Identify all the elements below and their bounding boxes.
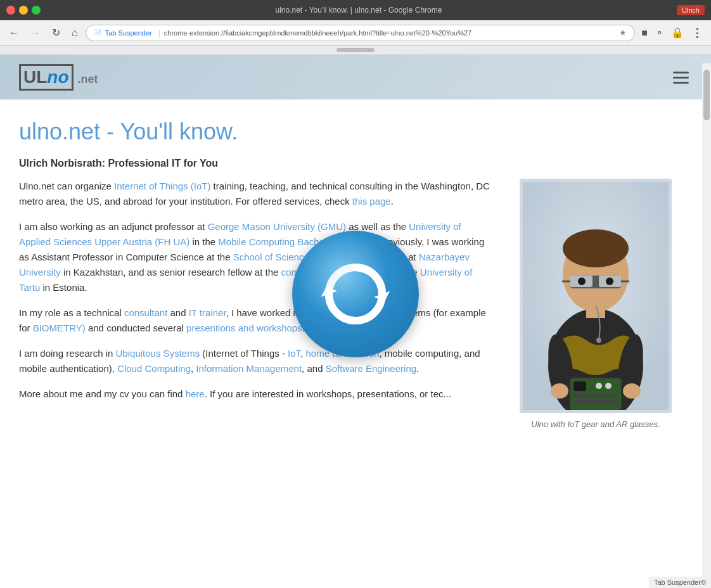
svg-point-18	[596, 383, 602, 389]
minimize-window-button[interactable]	[19, 6, 28, 15]
ubiquitous-link[interactable]: Ubiquitous Systems	[116, 348, 200, 359]
workshops-link[interactable]: presentions and workshops	[186, 323, 302, 333]
software-engineering-link[interactable]: Software Engineering	[326, 363, 416, 374]
gmu-link[interactable]: George Mason University (GMU)	[208, 221, 346, 232]
bookmark-star-icon[interactable]: ★	[619, 28, 627, 37]
content-image-area: Ulno with IoT gear and AR glasses.	[513, 179, 678, 429]
page-subtitle: Ulrich Norbisrath: Professional IT for Y…	[19, 158, 678, 169]
here-link[interactable]: here	[186, 388, 205, 399]
more-menu-button[interactable]: ⋮	[689, 25, 706, 41]
browser-title: ulno.net - You'll know. | ulno.net - Goo…	[46, 6, 672, 15]
logo-ul-text: UL	[23, 67, 47, 87]
extension-icon: 📄	[94, 29, 101, 36]
iot-link[interactable]: Internet of Things (IoT)	[114, 181, 210, 191]
sst-link[interactable]: School of Science and Technology (SST)	[233, 252, 406, 262]
consultant-link[interactable]: consultant	[124, 307, 167, 318]
hamburger-menu-button[interactable]	[670, 68, 692, 87]
home-button[interactable]: ⌂	[68, 26, 82, 40]
main-content: ulno.net - You'll know. Ulrich Norbisrat…	[0, 99, 697, 442]
traffic-lights	[6, 6, 41, 15]
scroll-mini-bar	[336, 48, 375, 52]
mobile-computing-link[interactable]: Mobile Computing Bachelor program	[218, 236, 373, 247]
address-separator: |	[158, 29, 160, 37]
biometry-link[interactable]: BIOMETRY)	[33, 323, 86, 333]
svg-point-3	[563, 229, 629, 267]
security-button[interactable]: 🔒	[669, 25, 686, 40]
page-title: ulno.net - You'll know.	[19, 118, 678, 145]
nav-icons: ■ ⚬ 🔒 ⋮	[639, 25, 706, 41]
hamburger-line-1	[673, 72, 689, 74]
photo-caption: Ulno with IoT gear and AR glasses.	[531, 419, 660, 429]
logo-net-text: .net	[78, 73, 98, 86]
address-bar[interactable]: 📄 Tab Suspender | chrome-extension://fia…	[86, 25, 636, 41]
this-page-link[interactable]: this page	[352, 196, 391, 207]
browser-nav-bar: ← → ↻ ⌂ 📄 Tab Suspender | chrome-extensi…	[0, 20, 711, 46]
svg-point-19	[605, 383, 612, 389]
iot2-link[interactable]: IoT	[288, 348, 300, 359]
svg-rect-4	[586, 302, 605, 318]
site-logo[interactable]: ULno .net	[19, 64, 98, 91]
svg-rect-17	[573, 381, 586, 391]
forward-button[interactable]: →	[27, 26, 44, 40]
content-layout: Ulno.net can organize Internet of Things…	[19, 179, 678, 429]
svg-point-10	[578, 278, 586, 285]
cs-institute-link[interactable]: computer science institute	[281, 267, 391, 278]
browser-title-bar: ulno.net - You'll know. | ulno.net - Goo…	[0, 0, 711, 20]
tab-suspender-label: Tab Suspender	[105, 29, 152, 37]
hamburger-line-2	[673, 77, 689, 79]
paragraph-2: I am also working as an adjunct professo…	[19, 219, 494, 295]
person-photo	[520, 179, 672, 413]
tartu-link[interactable]: University of Tartu	[19, 267, 472, 293]
it-trainer-link[interactable]: IT trainer	[189, 307, 226, 318]
address-url: chrome-extension://fiabciakcmgepblmdkmem…	[164, 29, 616, 37]
logo-no-text: no	[47, 67, 68, 87]
svg-rect-21	[573, 400, 618, 403]
paragraph-3: In my role as a technical consultant and…	[19, 305, 494, 336]
reload-button[interactable]: ↻	[48, 25, 64, 40]
cloud-computing-link[interactable]: Cloud Computing	[117, 363, 191, 374]
svg-rect-20	[573, 394, 618, 397]
svg-point-14	[551, 383, 568, 399]
scrollbar-thumb[interactable]	[703, 70, 710, 120]
site-header: ULno .net	[0, 55, 711, 99]
paragraph-1: Ulno.net can organize Internet of Things…	[19, 179, 494, 209]
paragraph-5: More about me and my cv you can find her…	[19, 387, 494, 402]
svg-point-15	[623, 383, 641, 399]
svg-point-22	[596, 338, 601, 343]
info-management-link[interactable]: Information Management	[196, 363, 302, 374]
scrollbar[interactable]	[702, 63, 711, 442]
content-text-area: Ulno.net can organize Internet of Things…	[19, 179, 494, 429]
account-button[interactable]: ⚬	[653, 25, 666, 40]
close-window-button[interactable]	[6, 6, 15, 15]
user-badge: Ulrich	[677, 5, 705, 15]
extensions-button[interactable]: ■	[639, 26, 650, 40]
scroll-indicator	[0, 46, 711, 55]
back-button[interactable]: ←	[5, 26, 23, 40]
maximize-window-button[interactable]	[32, 6, 41, 15]
home-automation-link[interactable]: home automation	[305, 348, 379, 359]
person-illustration	[523, 182, 669, 410]
svg-point-11	[606, 278, 613, 285]
logo-box: ULno	[19, 64, 74, 91]
hamburger-line-3	[673, 82, 689, 84]
paragraph-4: I am doing research in Ubiquitous System…	[19, 346, 494, 376]
